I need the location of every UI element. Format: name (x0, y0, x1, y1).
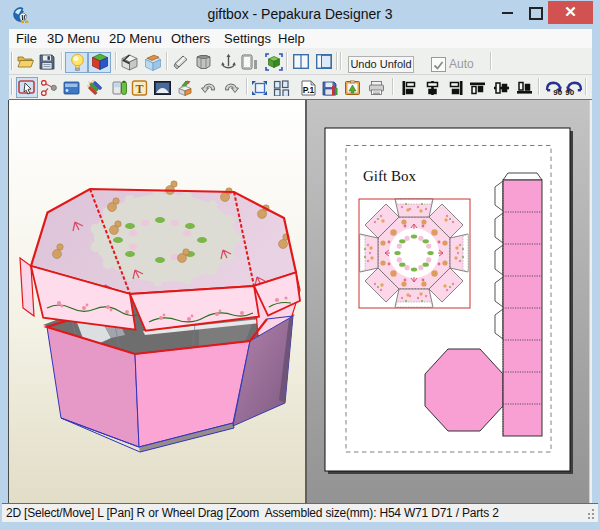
svg-text:T: T (135, 82, 143, 96)
svg-text:90: 90 (565, 88, 574, 96)
svg-text:Gift Box: Gift Box (363, 168, 416, 184)
svg-text:P.1: P.1 (303, 85, 315, 95)
svg-text:90: 90 (553, 88, 562, 96)
